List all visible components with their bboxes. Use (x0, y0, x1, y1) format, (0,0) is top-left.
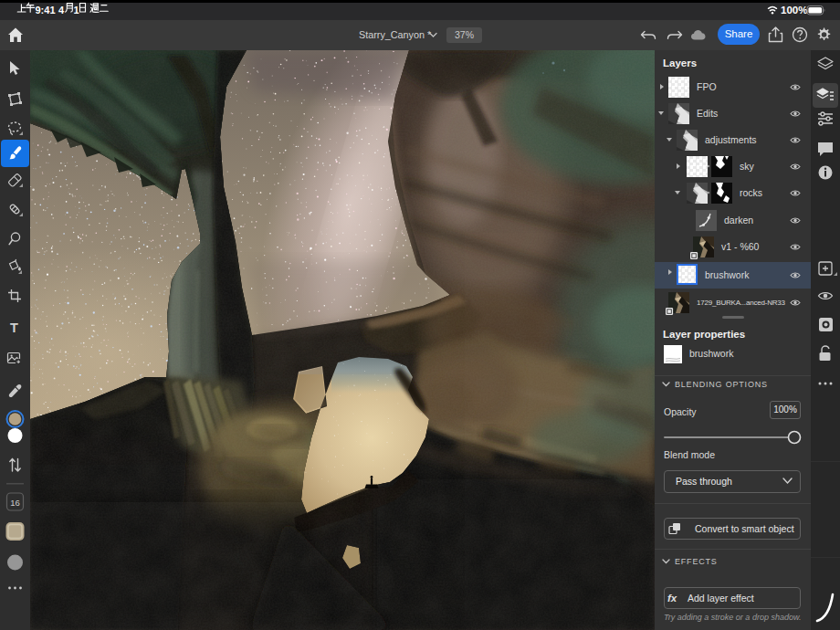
svg-text:T: T (10, 320, 18, 335)
svg-text:16: 16 (10, 498, 20, 508)
svg-text:4: 4 (58, 5, 65, 16)
svg-text:100%: 100% (781, 5, 807, 16)
svg-text:9:41: 9:41 (36, 5, 56, 16)
svg-text:1: 1 (74, 5, 79, 16)
